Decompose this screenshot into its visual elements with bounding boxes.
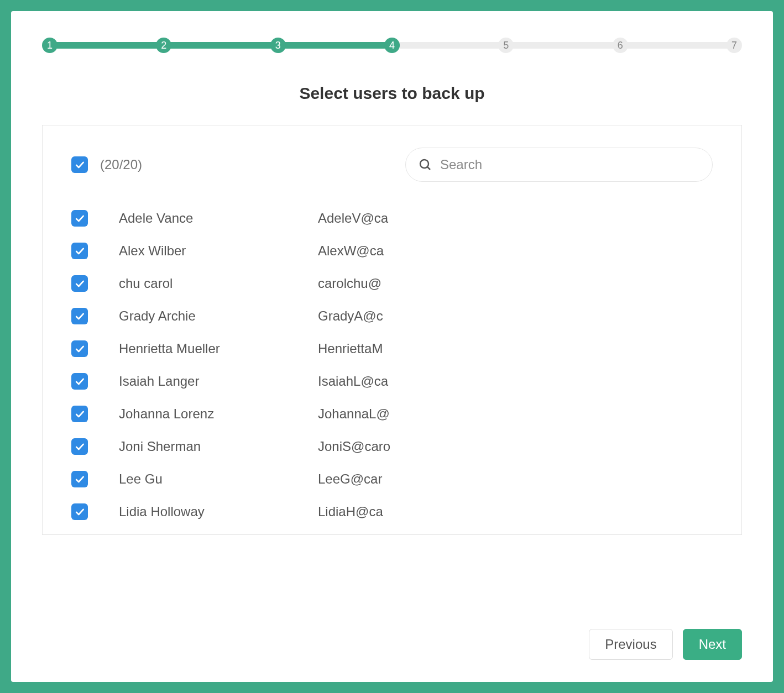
user-row: Isaiah LangerIsaiahL@ca <box>71 365 730 397</box>
user-checkbox[interactable] <box>71 340 88 357</box>
user-list-wrap: Adele VanceAdeleV@caAlex WilberAlexW@cac… <box>43 197 741 534</box>
user-name: Henrietta Mueller <box>119 341 318 356</box>
search-input[interactable] <box>405 148 713 182</box>
step-node-4[interactable]: 4 <box>384 38 400 53</box>
user-email: JoniS@caro <box>318 439 401 454</box>
user-checkbox[interactable] <box>71 275 88 292</box>
panel-header: (20/20) <box>43 125 741 197</box>
user-email: LidiaH@ca <box>318 504 401 519</box>
user-name: Lee Gu <box>119 471 318 487</box>
user-email: IsaiahL@ca <box>318 374 401 389</box>
user-row: Joni ShermanJoniS@caro <box>71 430 730 463</box>
step-node-7[interactable]: 7 <box>726 38 742 53</box>
previous-button[interactable]: Previous <box>589 629 672 660</box>
user-name: Joni Sherman <box>119 439 318 454</box>
user-checkbox[interactable] <box>71 503 88 520</box>
step-node-5[interactable]: 5 <box>498 38 514 53</box>
user-name: Johanna Lorenz <box>119 406 318 422</box>
step-node-2[interactable]: 2 <box>156 38 171 53</box>
user-name: Grady Archie <box>119 308 318 324</box>
user-row: Adele VanceAdeleV@ca <box>71 202 730 234</box>
select-all-checkbox[interactable] <box>71 156 88 173</box>
wizard-card: 1234567 Select users to back up (20/20) … <box>11 11 773 682</box>
user-email: HenriettaM <box>318 341 401 356</box>
user-row: Alex WilberAlexW@ca <box>71 234 730 267</box>
user-checkbox[interactable] <box>71 471 88 487</box>
user-row: Henrietta MuellerHenriettaM <box>71 332 730 365</box>
user-row: Lynne RobbinsLynneR@c <box>71 528 730 534</box>
user-checkbox[interactable] <box>71 308 88 324</box>
user-email: AlexW@ca <box>318 243 401 259</box>
user-row: chu carolcarolchu@ <box>71 267 730 300</box>
user-email: carolchu@ <box>318 276 401 291</box>
user-checkbox[interactable] <box>71 243 88 259</box>
user-row: Johanna LorenzJohannaL@ <box>71 397 730 430</box>
user-checkbox[interactable] <box>71 406 88 422</box>
user-selection-panel: (20/20) Adele VanceAdeleV@caAlex WilberA… <box>42 125 742 535</box>
stepper: 1234567 <box>42 38 742 53</box>
user-email: GradyA@c <box>318 308 401 324</box>
user-email: LeeG@car <box>318 471 401 487</box>
user-row: Lee GuLeeG@car <box>71 463 730 495</box>
user-name: chu carol <box>119 276 318 291</box>
user-row: Lidia HollowayLidiaH@ca <box>71 495 730 528</box>
wizard-footer: Previous Next <box>589 629 742 660</box>
user-list[interactable]: Adele VanceAdeleV@caAlex WilberAlexW@cac… <box>43 197 741 534</box>
step-node-3[interactable]: 3 <box>270 38 286 53</box>
user-row: Grady ArchieGradyA@c <box>71 300 730 332</box>
user-checkbox[interactable] <box>71 373 88 390</box>
page-title: Select users to back up <box>42 84 742 103</box>
step-node-1[interactable]: 1 <box>42 38 58 53</box>
user-name: Alex Wilber <box>119 243 318 259</box>
user-name: Adele Vance <box>119 211 318 226</box>
user-name: Lidia Holloway <box>119 504 318 519</box>
selection-counter: (20/20) <box>100 157 142 172</box>
user-checkbox[interactable] <box>71 438 88 455</box>
search-wrap <box>405 148 713 182</box>
next-button[interactable]: Next <box>683 629 742 660</box>
user-name: Isaiah Langer <box>119 374 318 389</box>
user-email: AdeleV@ca <box>318 211 401 226</box>
user-checkbox[interactable] <box>71 210 88 227</box>
stepper-nodes: 1234567 <box>42 38 742 53</box>
step-node-6[interactable]: 6 <box>613 38 628 53</box>
user-email: JohannaL@ <box>318 406 401 422</box>
